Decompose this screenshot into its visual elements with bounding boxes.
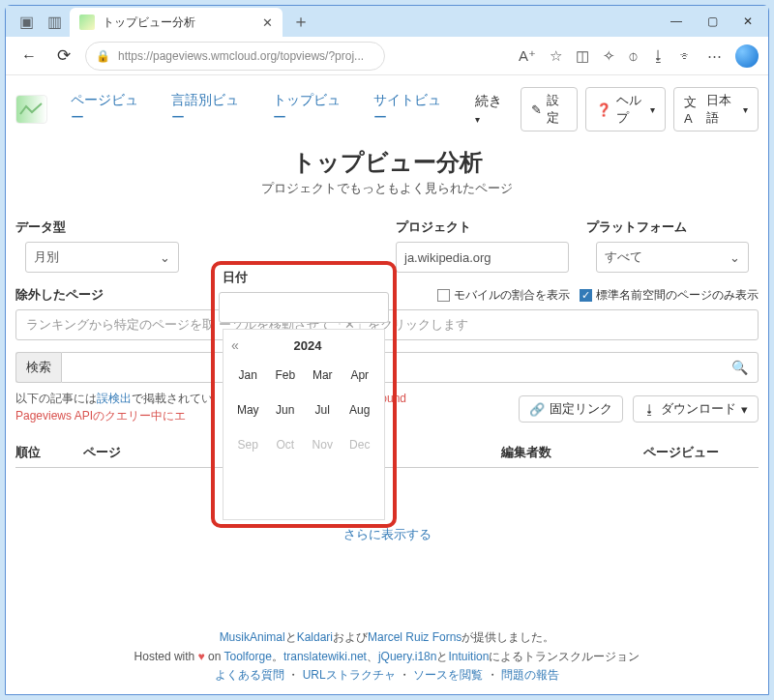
- mainns-checkbox[interactable]: ✓標準名前空間のページのみ表示: [580, 287, 759, 304]
- browser-window: ▣ ▥ トップビュー分析 ✕ ＋ — ▢ ✕ ← ⟳ 🔒 https://pag…: [5, 5, 769, 695]
- footer-jqi18n[interactable]: jQuery.i18n: [378, 650, 436, 663]
- platform-label: プラットフォーム: [586, 219, 759, 236]
- platform-select[interactable]: すべて⌄: [596, 242, 750, 273]
- copilot-icon[interactable]: [735, 44, 759, 68]
- box-icon[interactable]: ▣: [19, 13, 34, 31]
- app-nav: ページビュー 言語別ビュー トップビュー サイトビュー 続き ▾ ✎ 設定 ❓ …: [15, 85, 759, 141]
- date-input[interactable]: [219, 292, 389, 323]
- lock-icon: 🔒: [96, 49, 110, 63]
- extensions-icon[interactable]: ᯤ: [679, 47, 694, 64]
- permalink-button[interactable]: 🔗 固定リンク: [519, 395, 623, 423]
- month-nov: Nov: [304, 438, 342, 452]
- nav-topviews[interactable]: トップビュー: [259, 88, 360, 131]
- month-picker-popup: « 2024 JanFebMarAprMayJunJulAugSepOctNov…: [223, 329, 385, 520]
- footer-kaldari[interactable]: Kaldari: [297, 630, 333, 644]
- footer-intuition[interactable]: Intuition: [448, 650, 489, 663]
- favicon: [79, 15, 95, 30]
- doc-icon[interactable]: ▥: [47, 13, 62, 31]
- download-button[interactable]: ⭳ ダウンロード ▾: [633, 395, 759, 423]
- footer: MusikAnimalとKaldariおよびMarcel Ruiz Fornsが…: [6, 628, 768, 685]
- settings-button[interactable]: ✎ 設定: [521, 87, 578, 131]
- datatype-label: データ型: [15, 219, 189, 236]
- browser-tab[interactable]: トップビュー分析 ✕: [70, 8, 283, 37]
- url-field[interactable]: 🔒 https://pageviews.wmcloud.org/topviews…: [85, 42, 385, 71]
- search-input[interactable]: 🔍: [61, 352, 759, 383]
- nav-langviews[interactable]: 言語別ビュー: [158, 88, 258, 131]
- month-jun[interactable]: Jun: [267, 403, 305, 417]
- help-button[interactable]: ❓ ヘルプ ▾: [585, 87, 666, 131]
- collections-icon[interactable]: ✧: [603, 47, 615, 65]
- show-more-link[interactable]: さらに表示する: [343, 527, 432, 541]
- month-dec: Dec: [342, 438, 379, 452]
- footer-marcel[interactable]: Marcel Ruiz Forns: [368, 630, 461, 644]
- false-positive-link[interactable]: 誤検出: [97, 392, 132, 405]
- project-label: プロジェクト: [396, 219, 569, 236]
- refresh-button[interactable]: ⟳: [50, 45, 77, 66]
- url-text: https://pageviews.wmcloud.org/topviews/?…: [118, 49, 364, 63]
- page-subtitle: プロジェクトでもっともよく見られたページ: [15, 180, 759, 197]
- new-tab-button[interactable]: ＋: [283, 10, 319, 33]
- month-apr[interactable]: Apr: [342, 368, 379, 382]
- month-sep: Sep: [229, 438, 267, 452]
- read-aloud-icon[interactable]: A⁺: [519, 47, 536, 65]
- minimize-button[interactable]: —: [670, 15, 682, 28]
- page-content: ページビュー 言語別ビュー トップビュー サイトビュー 続き ▾ ✎ 設定 ❓ …: [6, 75, 768, 694]
- lang-button[interactable]: 文A 日本語 ▾: [673, 87, 759, 131]
- month-mar[interactable]: Mar: [304, 368, 342, 382]
- heart-icon: ♥: [198, 650, 205, 663]
- mobile-checkbox[interactable]: モバイルの割合を表示: [437, 287, 570, 304]
- month-feb[interactable]: Feb: [267, 368, 305, 382]
- project-input[interactable]: ja.wikipedia.org: [396, 242, 569, 273]
- prev-year-button[interactable]: «: [231, 337, 239, 353]
- month-jul[interactable]: Jul: [304, 403, 342, 417]
- back-button[interactable]: ←: [15, 47, 43, 65]
- col-editors: 編集者数: [449, 444, 604, 461]
- year-label[interactable]: 2024: [239, 338, 376, 353]
- month-jan[interactable]: Jan: [229, 368, 267, 382]
- footer-url[interactable]: URLストラクチャ: [303, 668, 396, 682]
- page-title: トップビュー分析: [15, 147, 759, 178]
- address-bar: ← ⟳ 🔒 https://pageviews.wmcloud.org/topv…: [6, 37, 768, 75]
- datatype-select[interactable]: 月別⌄: [25, 242, 179, 273]
- footer-toolforge[interactable]: Toolforge: [224, 650, 272, 663]
- nav-continue[interactable]: 続き ▾: [461, 89, 521, 130]
- footer-report[interactable]: 問題の報告: [501, 668, 559, 682]
- month-may[interactable]: May: [229, 403, 267, 417]
- split-icon[interactable]: ◫: [576, 47, 589, 65]
- col-rank: 順位: [15, 444, 83, 461]
- favorite-icon[interactable]: ☆: [550, 47, 562, 65]
- tab-close-icon[interactable]: ✕: [262, 15, 273, 30]
- col-views: ページビュー: [604, 444, 759, 461]
- nav-pageviews[interactable]: ページビュー: [57, 88, 158, 131]
- titlebar: ▣ ▥ トップビュー分析 ✕ ＋ — ▢ ✕: [6, 6, 768, 37]
- date-picker-highlight: 日付 « 2024 JanFebMarAprMayJunJulAugSepOct…: [211, 261, 397, 528]
- excluded-label: 除外したページ: [15, 286, 104, 304]
- month-aug[interactable]: Aug: [342, 403, 379, 417]
- footer-twn[interactable]: translatewiki.net: [283, 650, 367, 663]
- footer-musikanimal[interactable]: MusikAnimal: [220, 630, 285, 644]
- maximize-button[interactable]: ▢: [707, 15, 718, 28]
- search-label: 検索: [15, 352, 61, 383]
- downloads-icon[interactable]: ⭳: [651, 47, 666, 64]
- date-label: 日付: [219, 269, 389, 286]
- tab-title: トップビュー分析: [103, 15, 254, 31]
- footer-source[interactable]: ソースを閲覧: [413, 668, 483, 682]
- app-logo[interactable]: [15, 95, 47, 124]
- month-oct: Oct: [267, 438, 305, 452]
- nav-siteviews[interactable]: サイトビュー: [360, 88, 461, 131]
- more-icon[interactable]: ⋯: [707, 47, 722, 65]
- close-window-button[interactable]: ✕: [743, 15, 753, 28]
- sync-icon[interactable]: ⌽: [629, 47, 638, 64]
- footer-faq[interactable]: よくある質問: [215, 668, 284, 682]
